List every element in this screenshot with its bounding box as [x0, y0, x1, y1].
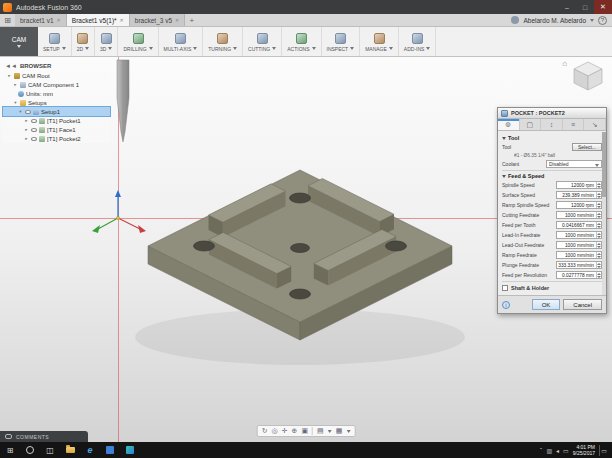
surface-speed-input[interactable]: 239.389 m/min [556, 191, 602, 199]
grid-settings-icon[interactable]: ▦ [336, 426, 343, 436]
toolbar-group-turning[interactable]: TURNING [203, 27, 243, 56]
toolbar-group-multiaxis[interactable]: MULTI-AXIS [159, 27, 204, 56]
user-name[interactable]: Abelardo M. Abelardo [523, 17, 586, 24]
toolbar-group-actions[interactable]: ACTIONS [282, 27, 321, 56]
browser-row-units[interactable]: Units: mm [3, 89, 110, 98]
visibility-eye-icon[interactable] [25, 110, 31, 114]
expand-icon[interactable]: ▾ [18, 109, 23, 114]
minimize-button[interactable]: – [558, 0, 576, 14]
expand-icon[interactable]: ▸ [24, 118, 29, 123]
file-explorer-button[interactable] [60, 442, 80, 458]
fit-icon[interactable]: ▣ [301, 426, 308, 436]
tab-geometry[interactable]: ▢ [520, 119, 542, 130]
new-tab-button[interactable]: + [185, 14, 198, 26]
browser-row-setup1[interactable]: ▾ Setup1 [3, 107, 110, 116]
tool-select-button[interactable]: Select... [572, 143, 602, 151]
network-icon[interactable]: ▥ [546, 447, 552, 454]
edge-button[interactable]: e [80, 442, 100, 458]
stepper-icon[interactable] [596, 202, 601, 208]
cutting-feedrate-input[interactable]: 1000 mm/min [556, 211, 602, 219]
dialog-scrollbar[interactable] [602, 132, 606, 295]
look-at-icon[interactable]: ◎ [272, 426, 278, 436]
taskbar-clock[interactable]: 4:01 PM 9/25/2017 [573, 444, 595, 456]
expand-icon[interactable]: ▸ [24, 127, 29, 132]
volume-icon[interactable]: ◂ [556, 447, 559, 454]
expand-icon[interactable]: ▸ [24, 136, 29, 141]
lead-out-feedrate-input[interactable]: 1000 mm/min [556, 241, 602, 249]
shaft-holder-row[interactable]: Shaft & Holder [502, 285, 602, 291]
plunge-feedrate-input[interactable]: 333.333 mm/min [556, 261, 602, 269]
store-button[interactable] [100, 442, 120, 458]
feed-per-revolution-input[interactable]: 0.0277778 mm [556, 271, 602, 279]
browser-row-pocket1[interactable]: ▸ [T1] Pocket1 [3, 116, 110, 125]
tab-tool[interactable]: ⊚ [498, 119, 520, 130]
comments-bar[interactable]: COMMENTS [0, 431, 88, 442]
expand-icon[interactable]: ▸ [7, 73, 12, 78]
info-icon[interactable]: i [502, 301, 510, 309]
stepper-icon[interactable] [596, 242, 601, 248]
browser-header[interactable]: ◄◄ BROWSER [3, 60, 110, 71]
toolbar-group-inspect[interactable]: INSPECT [322, 27, 361, 56]
data-panel-toggle-icon[interactable]: ⊞ [0, 14, 15, 26]
ramp-feedrate-input[interactable]: 1000 mm/min [556, 251, 602, 259]
visibility-eye-icon[interactable] [31, 137, 37, 141]
stepper-icon[interactable] [596, 252, 601, 258]
stepper-icon[interactable] [596, 212, 601, 218]
collapse-panel-icon[interactable]: ◄◄ [5, 63, 17, 69]
origin-triad[interactable] [90, 182, 160, 237]
chevron-down-icon[interactable] [328, 430, 332, 433]
orbit-icon[interactable]: ↻ [262, 426, 268, 436]
browser-row-setups[interactable]: ▾ Setups [3, 98, 110, 107]
doc-tab-2[interactable]: Bracket1 v5(1)* ✕ [67, 14, 130, 26]
chevron-down-icon[interactable] [590, 19, 594, 22]
expand-icon[interactable]: ▾ [13, 100, 18, 105]
workspace-switcher[interactable]: CAM [0, 27, 38, 56]
tool-section-header[interactable]: Tool [502, 135, 602, 141]
cortana-button[interactable] [20, 442, 40, 458]
feed-per-tooth-input[interactable]: 0.0416667 mm [556, 221, 602, 229]
stepper-icon[interactable] [596, 272, 601, 278]
action-center-button[interactable]: ▭ [599, 445, 608, 456]
display-settings-icon[interactable]: ▤ [317, 426, 324, 436]
scrollbar-thumb[interactable] [602, 132, 606, 197]
toolbar-group-addins[interactable]: ADD-INS [399, 27, 437, 56]
ok-button[interactable]: OK [532, 299, 561, 310]
avatar[interactable] [511, 16, 519, 24]
expand-icon[interactable]: ▸ [13, 82, 18, 87]
cancel-button[interactable]: Cancel [563, 299, 602, 310]
toolbar-group-cutting[interactable]: CUTTING [243, 27, 282, 56]
help-button[interactable]: ? [598, 16, 607, 25]
stepper-icon[interactable] [596, 262, 601, 268]
stepper-icon[interactable] [596, 192, 601, 198]
ramp-spindle-speed-input[interactable]: 12000 rpm [556, 201, 602, 209]
browser-row-face1[interactable]: ▸ [T1] Face1 [3, 125, 110, 134]
toolbar-group-2d[interactable]: 2D [72, 27, 95, 56]
tray-expand-icon[interactable]: ˇ [540, 447, 543, 453]
maximize-button[interactable]: □ [576, 0, 594, 14]
toolbar-group-setup[interactable]: SETUP [38, 27, 72, 56]
zoom-icon[interactable]: ⊕ [292, 426, 298, 436]
tab-passes[interactable]: ≡ [563, 119, 585, 130]
visibility-eye-icon[interactable] [31, 119, 37, 123]
browser-row-cam-root[interactable]: ▸ CAM Root [3, 71, 110, 80]
stepper-icon[interactable] [596, 182, 601, 188]
doc-tab-3[interactable]: bracket_3 v5 ✕ [130, 14, 185, 26]
close-icon[interactable]: ✕ [120, 17, 124, 23]
close-icon[interactable]: ✕ [57, 17, 61, 23]
tab-linking[interactable]: ↘ [584, 119, 606, 130]
browser-row-pocket2[interactable]: ▸ [T1] Pocket2 [3, 134, 110, 143]
start-button[interactable]: ⊞ [0, 442, 20, 458]
close-icon[interactable]: ✕ [175, 17, 179, 23]
visibility-eye-icon[interactable] [31, 128, 37, 132]
chevron-down-icon[interactable] [346, 430, 350, 433]
battery-icon[interactable]: ▭ [563, 447, 569, 454]
shaft-holder-checkbox[interactable] [502, 285, 508, 291]
home-view-icon[interactable]: ⌂ [562, 59, 567, 69]
dialog-title-bar[interactable]: POCKET : POCKET2 [498, 108, 606, 119]
coolant-select[interactable]: Disabled [546, 160, 602, 168]
toolbar-group-manage[interactable]: MANAGE [360, 27, 399, 56]
task-view-button[interactable]: ◫ [40, 442, 60, 458]
photos-button[interactable] [120, 442, 140, 458]
tab-heights[interactable]: ↕ [541, 119, 563, 130]
view-cube[interactable] [569, 59, 607, 93]
